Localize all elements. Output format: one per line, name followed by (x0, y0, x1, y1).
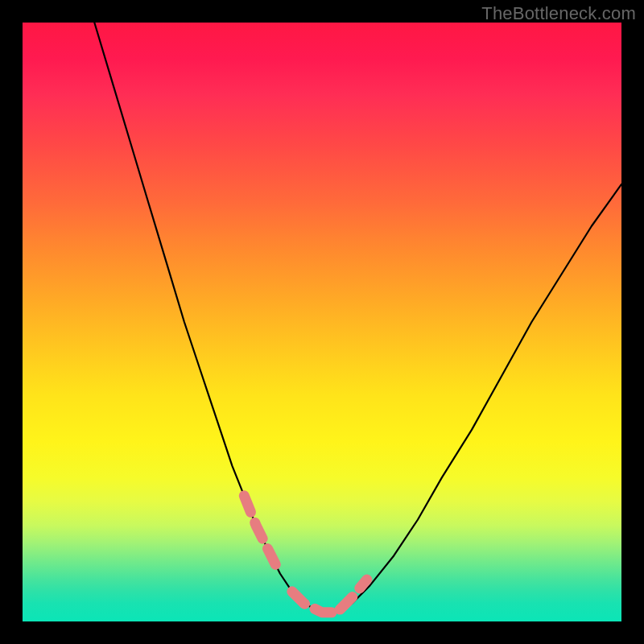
accent-right-dash (340, 580, 367, 609)
plot-area (23, 23, 621, 621)
bottleneck-curve (94, 23, 621, 613)
watermark-text: TheBottleneck.com (481, 3, 636, 24)
accent-bottom-dash (292, 592, 334, 613)
chart-frame: TheBottleneck.com (0, 0, 644, 644)
curve-svg (23, 23, 621, 621)
accent-left-dash (244, 496, 280, 574)
